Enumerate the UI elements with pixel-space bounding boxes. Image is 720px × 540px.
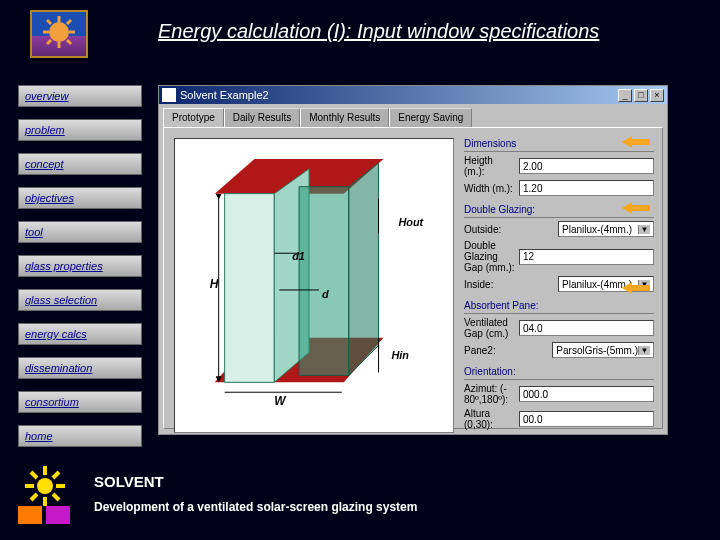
svg-point-0 [49,22,69,42]
tab-daily-results[interactable]: Daily Results [224,108,300,127]
nav-concept[interactable]: concept [18,153,142,175]
tab-prototype[interactable]: Prototype [163,108,224,127]
azimut-label: Azimut: (- 80º,180º): [464,383,515,405]
altura-field[interactable] [519,411,654,427]
callout-arrow-icon [622,200,650,216]
svg-marker-28 [622,202,650,214]
svg-marker-11 [225,194,275,383]
height-field[interactable] [519,158,654,174]
nav-glass-properties[interactable]: glass properties [18,255,142,277]
vent-gap-field[interactable] [519,320,654,336]
tab-strip: Prototype Daily Results Monthly Results … [159,104,667,127]
svg-text:d1: d1 [292,250,305,262]
brand-logo [30,10,88,58]
group-orientation: Orientation: [464,364,654,380]
app-window: ◧ Solvent Example2 _ □ × Prototype Daily… [158,85,668,435]
svg-marker-14 [349,163,379,375]
width-field[interactable] [519,180,654,196]
svg-line-38 [31,494,37,500]
svg-rect-39 [18,506,42,524]
svg-text:W: W [274,394,287,408]
group-absorbent: Absorbent Pane: [464,298,654,314]
svg-marker-13 [299,187,349,376]
footer-subtitle: Development of a ventilated solar-screen… [94,500,417,514]
tab-panel: H W d d1 Hout Hin Dimensions Heigth (m.)… [163,127,663,429]
nav-tool[interactable]: tool [18,221,142,243]
svg-text:d: d [322,288,329,300]
footer-title: SOLVENT [94,473,417,490]
callout-arrow-icon [622,280,650,296]
svg-line-36 [53,494,59,500]
nav-energy-calcs[interactable]: energy calcs [18,323,142,345]
svg-line-37 [53,472,59,478]
nav-dissemination[interactable]: dissemination [18,357,142,379]
nav-glass-selection[interactable]: glass selection [18,289,142,311]
svg-line-8 [47,40,51,44]
inside-label: Inside: [464,279,554,290]
nav-objectives[interactable]: objectives [18,187,142,209]
svg-text:H: H [210,277,219,291]
svg-line-7 [67,20,71,24]
gap-field[interactable] [519,249,654,265]
tab-energy-saving[interactable]: Energy Saving [389,108,472,127]
height-label: Heigth (m.): [464,155,515,177]
svg-rect-40 [46,506,70,524]
chevron-down-icon: ▼ [638,346,650,355]
gap-label: Double Glazing Gap (mm.): [464,240,515,273]
altura-label: Altura (0,30): [464,408,515,430]
svg-point-30 [37,478,53,494]
svg-text:Hout: Hout [398,216,423,228]
chevron-down-icon: ▼ [638,225,650,234]
svg-line-5 [47,20,51,24]
svg-line-6 [67,40,71,44]
pane2-select[interactable]: ParsolGris-(5mm.)▼ [552,342,654,358]
nav-problem[interactable]: problem [18,119,142,141]
svg-marker-29 [622,282,650,294]
page-title: Energy calculation (I): Input window spe… [158,20,690,45]
svg-text:Hin: Hin [391,349,409,361]
outside-label: Outside: [464,224,554,235]
outside-select[interactable]: Planilux-(4mm.)▼ [558,221,654,237]
nav-home[interactable]: home [18,425,142,447]
tab-monthly-results[interactable]: Monthly Results [300,108,389,127]
svg-line-35 [31,472,37,478]
footer: SOLVENT Development of a ventilated sola… [12,456,700,530]
width-label: Width (m.): [464,183,515,194]
close-button[interactable]: × [650,89,664,102]
maximize-button[interactable]: □ [634,89,648,102]
azimut-field[interactable] [519,386,654,402]
titlebar: ◧ Solvent Example2 _ □ × [159,86,667,104]
sun-logo-icon [12,460,78,526]
nav-overview[interactable]: overview [18,85,142,107]
vent-gap-label: Ventilated Gap (cm.) [464,317,515,339]
minimize-button[interactable]: _ [618,89,632,102]
svg-marker-27 [622,136,650,148]
nav-consortium[interactable]: consortium [18,391,142,413]
prototype-3d-view: H W d d1 Hout Hin [174,138,454,433]
page-title-row: Energy calculation (I): Input window spe… [158,20,690,45]
pane2-label: Pane2: [464,345,548,356]
sidebar-nav: overview problem concept objectives tool… [18,85,142,447]
callout-arrow-icon [622,134,650,150]
window-title: Solvent Example2 [180,89,269,101]
app-icon: ◧ [162,88,176,102]
